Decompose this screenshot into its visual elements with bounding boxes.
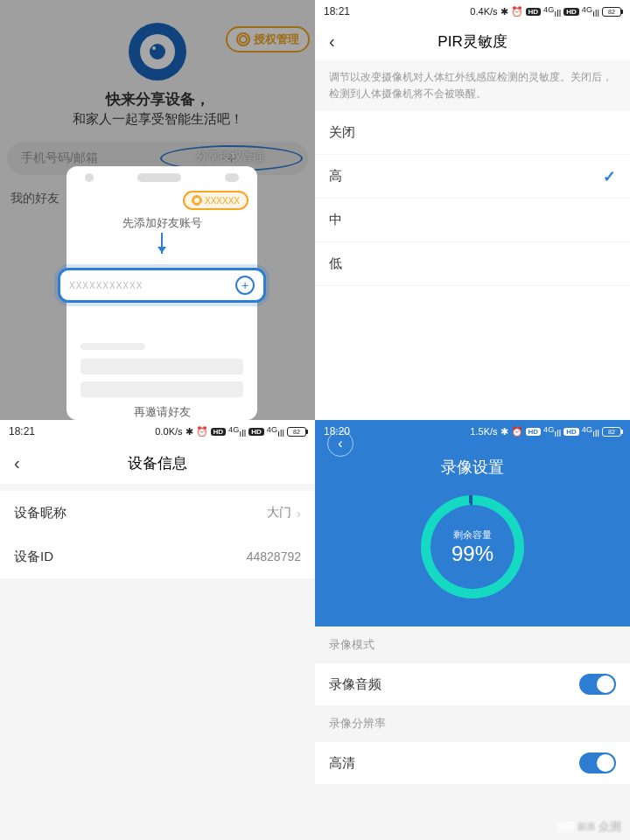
hd-icon: HD xyxy=(564,428,579,436)
signal-icon: 4Gıll xyxy=(543,425,561,438)
share-subtitle: 和家人一起享受智能生活吧！ xyxy=(73,111,243,128)
hd-icon: HD xyxy=(526,428,542,436)
hd-icon: HD xyxy=(564,8,579,16)
status-speed: 1.5K/s xyxy=(470,426,497,437)
share-auth-label: 分享授权管理 xyxy=(196,149,264,164)
hd-label: 高清 xyxy=(329,755,355,772)
signal-icon: 4Gıll xyxy=(582,5,599,18)
status-bar: 18:20 1.5K/s ✱ ⏰ HD 4Gıll HD 4Gıll 82 xyxy=(315,420,630,443)
tutorial-input[interactable]: XXXXXXXXXXX + xyxy=(58,268,266,303)
auth-label: 授权管理 xyxy=(254,32,299,47)
page-title: 设备信息 xyxy=(35,453,301,473)
alarm-icon: ⏰ xyxy=(196,426,208,438)
tutorial-step2: 再邀请好友 xyxy=(66,404,257,420)
storage-ring: 剩余容量 99% xyxy=(421,495,524,598)
tutorial-chip: XXXXXX xyxy=(183,191,248,210)
tutorial-step1: 先添加好友账号 xyxy=(66,215,257,231)
battery-icon: 82 xyxy=(287,427,306,437)
signal-icon: 4Gıll xyxy=(228,425,246,438)
hd-icon: HD xyxy=(526,8,542,16)
alarm-icon: ⏰ xyxy=(511,6,523,18)
audio-toggle[interactable] xyxy=(579,674,616,695)
status-speed: 0.4K/s xyxy=(470,6,497,17)
signal-icon: 4Gıll xyxy=(543,5,561,18)
signal-icon: 4Gıll xyxy=(582,425,599,438)
auth-badge[interactable]: 授权管理 xyxy=(226,26,310,52)
nickname-label: 设备昵称 xyxy=(14,505,66,522)
pir-description: 调节以改变摄像机对人体红外线感应检测的灵敏度。关闭后，检测到人体摄像机将不会被唤… xyxy=(315,60,630,111)
section-recording-mode: 录像模式 xyxy=(315,626,630,663)
pir-option-medium[interactable]: 中 xyxy=(315,199,630,242)
back-button[interactable]: ‹ xyxy=(14,453,35,473)
device-nickname-row[interactable]: 设备昵称 大门 › xyxy=(0,491,315,535)
status-time: 18:21 xyxy=(324,5,350,18)
input-placeholder: 手机号码/邮箱 xyxy=(21,150,160,166)
hd-toggle[interactable] xyxy=(579,752,616,774)
status-bar: 18:21 0.0K/s ✱ ⏰ HD 4Gıll HD 4Gıll 82 xyxy=(0,420,315,443)
recording-audio-row[interactable]: 录像音频 xyxy=(315,663,630,705)
battery-icon: 82 xyxy=(602,7,621,17)
nav-bar: ‹ PIR灵敏度 xyxy=(315,23,630,60)
hd-icon: HD xyxy=(211,428,227,436)
status-time: 18:21 xyxy=(9,425,35,438)
audio-label: 录像音频 xyxy=(329,676,382,693)
device-id-row: 设备ID 44828792 xyxy=(0,535,315,578)
arrow-down-icon xyxy=(161,233,163,254)
watermark: 新浪 众测 xyxy=(556,819,621,835)
status-bar: 18:21 0.4K/s ✱ ⏰ HD 4Gıll HD 4Gıll 82 xyxy=(315,0,630,23)
hd-icon: HD xyxy=(248,428,264,436)
id-value: 44828792 xyxy=(247,550,301,564)
bluetooth-icon: ✱ xyxy=(186,426,193,438)
back-button[interactable]: ‹ xyxy=(329,32,350,52)
back-button[interactable]: ‹ xyxy=(327,430,354,457)
status-speed: 0.0K/s xyxy=(155,426,182,437)
battery-icon: 82 xyxy=(602,427,621,437)
chevron-right-icon: › xyxy=(297,506,301,521)
check-icon: ✓ xyxy=(603,167,616,186)
share-title: 快来分享设备， xyxy=(106,89,210,109)
id-label: 设备ID xyxy=(14,549,53,565)
pir-option-low[interactable]: 低 xyxy=(315,242,630,286)
tutorial-overlay: XXXXXX 先添加好友账号 XXXXXXXXXXX + 再邀请好友 xyxy=(66,166,257,420)
ring-icon xyxy=(236,32,250,46)
alarm-icon: ⏰ xyxy=(511,426,523,438)
pir-option-high[interactable]: 高✓ xyxy=(315,155,630,199)
bluetooth-icon: ✱ xyxy=(500,426,508,438)
bluetooth-icon: ✱ xyxy=(500,6,508,18)
watermark-logo-icon xyxy=(556,822,574,832)
page-title: PIR灵敏度 xyxy=(350,32,616,52)
signal-icon: 4Gıll xyxy=(267,425,284,438)
nickname-value: 大门 xyxy=(267,505,291,521)
nav-bar: ‹ 设备信息 xyxy=(0,443,315,484)
camera-icon xyxy=(129,23,186,80)
pir-option-off[interactable]: 关闭 xyxy=(315,111,630,155)
tutorial-add-button[interactable]: + xyxy=(235,276,255,295)
storage-value: 99% xyxy=(452,542,494,566)
hd-row[interactable]: 高清 xyxy=(315,742,630,784)
storage-label: 剩余容量 xyxy=(452,528,494,542)
section-resolution: 录像分辨率 xyxy=(315,705,630,742)
page-title: 录像设置 xyxy=(315,443,630,478)
